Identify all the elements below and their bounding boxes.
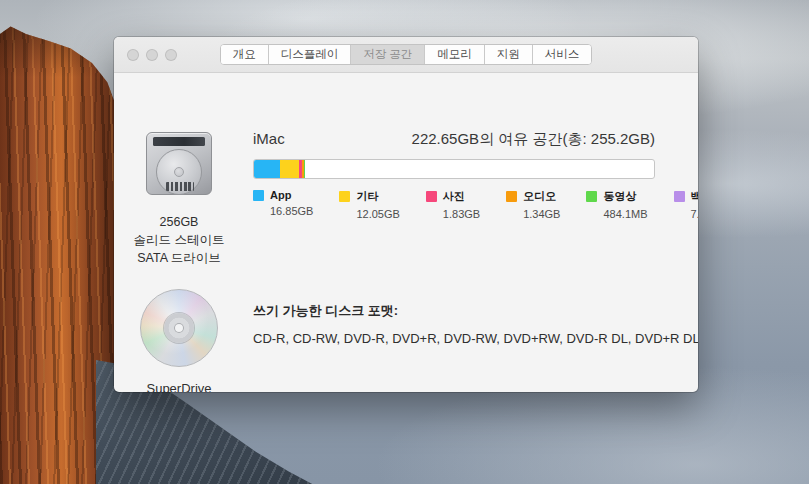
close-button[interactable] xyxy=(127,49,139,61)
tab-메모리[interactable]: 메모리 xyxy=(425,45,485,64)
about-this-mac-window: 개요디스플레이저장 공간메모리지원서비스 256GB 솔리드 스테이트 SATA… xyxy=(114,37,698,392)
legend-swatch xyxy=(339,191,350,202)
storage-detail-column: iMac 222.65GB의 여유 공간(총: 255.2GB) App16.8… xyxy=(253,73,655,220)
storage-bar-segment-App xyxy=(254,160,280,178)
storage-legend: App16.85GB기타12.05GB사진1.83GB오디오1.34GB동영상4… xyxy=(253,189,655,220)
legend-swatch xyxy=(506,191,517,202)
free-space-label: 222.65GB의 여유 공간(총: 255.2GB) xyxy=(412,130,655,149)
legend-label: 기타 xyxy=(356,189,378,204)
legend-label: 사진 xyxy=(443,189,465,204)
legend-item-백업: 백업7.6MB xyxy=(674,189,699,220)
hard-drive-icon xyxy=(144,129,214,199)
legend-value: 1.34GB xyxy=(506,208,560,220)
legend-value: 484.1MB xyxy=(586,208,647,220)
legend-item-오디오: 오디오1.34GB xyxy=(506,189,560,220)
drive-type-line2: SATA 드라이브 xyxy=(120,249,238,267)
tab-지원[interactable]: 지원 xyxy=(485,45,533,64)
legend-value: 16.85GB xyxy=(253,205,313,217)
legend-item-사진: 사진1.83GB xyxy=(426,189,480,220)
superdrive-name: SuperDrive xyxy=(120,381,238,392)
writable-formats-list: CD-R, CD-RW, DVD-R, DVD+R, DVD-RW, DVD+R… xyxy=(253,331,693,346)
storage-usage-bar xyxy=(253,159,655,179)
tab-저장 공간[interactable]: 저장 공간 xyxy=(351,45,425,64)
drive-caption: 256GB 솔리드 스테이트 SATA 드라이브 xyxy=(120,213,238,267)
titlebar[interactable]: 개요디스플레이저장 공간메모리지원서비스 xyxy=(114,37,698,73)
traffic-lights xyxy=(127,37,177,72)
minimize-button[interactable] xyxy=(146,49,158,61)
tab-개요[interactable]: 개요 xyxy=(221,45,269,64)
zoom-button[interactable] xyxy=(165,49,177,61)
storage-header: iMac 222.65GB의 여유 공간(총: 255.2GB) xyxy=(253,130,655,149)
device-title: iMac xyxy=(253,130,285,147)
tab-디스플레이[interactable]: 디스플레이 xyxy=(269,45,352,64)
drive-size: 256GB xyxy=(120,213,238,231)
superdrive-disc-icon xyxy=(140,289,218,367)
storage-pane: 256GB 솔리드 스테이트 SATA 드라이브 SuperDrive iMac… xyxy=(114,73,698,392)
legend-item-동영상: 동영상484.1MB xyxy=(586,189,647,220)
legend-swatch xyxy=(253,190,264,201)
legend-label: App xyxy=(270,189,291,201)
internal-drive-block: 256GB 솔리드 스테이트 SATA 드라이브 xyxy=(120,129,238,267)
storage-bar-segment-기타 xyxy=(280,160,299,178)
writable-formats-title: 쓰기 가능한 디스크 포맷: xyxy=(253,302,398,320)
legend-value: 1.83GB xyxy=(426,208,480,220)
legend-swatch xyxy=(586,191,597,202)
superdrive-block: SuperDrive xyxy=(120,289,238,392)
legend-label: 동영상 xyxy=(603,189,636,204)
legend-label: 오디오 xyxy=(523,189,556,204)
legend-swatch xyxy=(426,191,437,202)
legend-swatch xyxy=(674,191,685,202)
legend-item-App: App16.85GB xyxy=(253,189,313,220)
legend-value: 12.05GB xyxy=(339,208,399,220)
drive-type-line1: 솔리드 스테이트 xyxy=(120,231,238,249)
legend-value: 7.6MB xyxy=(674,208,699,220)
storage-bar-segment-동영상 xyxy=(304,160,305,178)
tab-서비스[interactable]: 서비스 xyxy=(533,45,592,64)
legend-label: 백업 xyxy=(691,189,699,204)
legend-item-기타: 기타12.05GB xyxy=(339,189,399,220)
tab-bar: 개요디스플레이저장 공간메모리지원서비스 xyxy=(220,44,593,65)
